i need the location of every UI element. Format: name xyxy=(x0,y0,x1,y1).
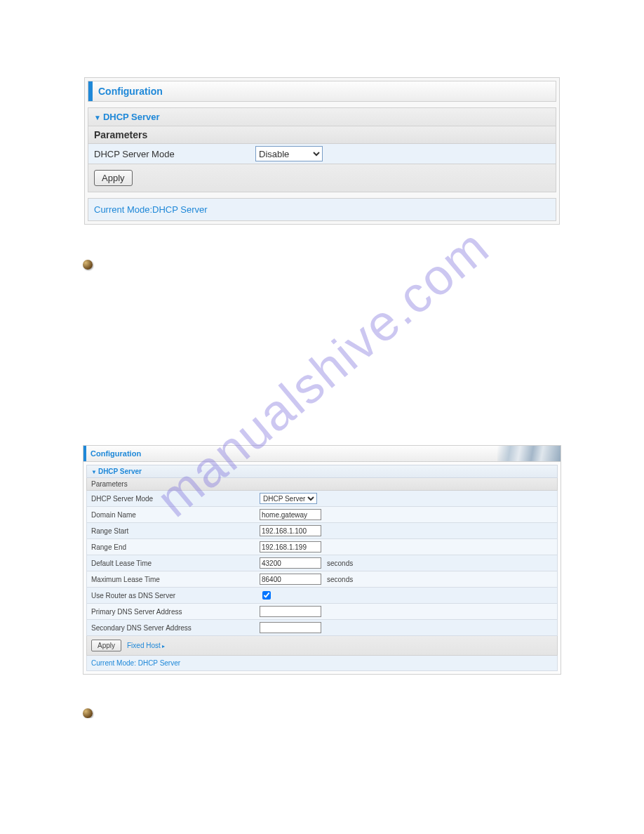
section-title: DHCP Server xyxy=(98,468,142,475)
bullet-icon xyxy=(83,708,93,718)
current-mode-text: Current Mode:DHCP Server xyxy=(88,198,556,221)
config-panel-dhcp-server: Configuration ▼DHCP Server Parameters DH… xyxy=(83,445,561,675)
collapse-icon: ▼ xyxy=(94,114,101,121)
range-start-row: Range Start xyxy=(86,523,558,539)
apply-button[interactable]: Apply xyxy=(91,640,121,651)
max-lease-input[interactable] xyxy=(260,574,321,585)
current-mode-text: Current Mode: DHCP Server xyxy=(86,656,558,671)
unit-label: seconds xyxy=(327,576,353,583)
dhcp-mode-label: DHCP Server Mode xyxy=(94,149,255,159)
domain-name-row: Domain Name xyxy=(86,507,558,523)
default-lease-row: Default Lease Time seconds xyxy=(86,555,558,571)
collapse-icon: ▼ xyxy=(91,469,97,475)
use-router-dns-row: Use Router as DNS Server xyxy=(86,588,558,604)
fixed-host-link[interactable]: Fixed Host▸ xyxy=(127,642,165,649)
field-label: Range Start xyxy=(91,527,260,535)
parameters-heading: Parameters xyxy=(88,126,556,144)
field-label: Range End xyxy=(91,543,260,551)
domain-name-input[interactable] xyxy=(260,509,321,520)
unit-label: seconds xyxy=(327,560,353,567)
config-title: Configuration xyxy=(90,449,141,458)
max-lease-row: Maximum Lease Time seconds xyxy=(86,571,558,588)
secondary-dns-row: Secondary DNS Server Address xyxy=(86,620,558,636)
dhcp-section-header[interactable]: ▼DHCP Server xyxy=(86,465,558,478)
use-router-dns-checkbox[interactable] xyxy=(262,591,271,600)
dhcp-mode-row: DHCP Server Mode DHCP Server xyxy=(86,491,558,507)
dhcp-mode-select[interactable]: Disable xyxy=(255,146,323,161)
config-header-small: Configuration xyxy=(83,446,561,462)
section-title: DHCP Server xyxy=(103,112,160,122)
header-accent-bar xyxy=(83,446,86,461)
header-decoration xyxy=(497,446,561,461)
secondary-dns-input[interactable] xyxy=(260,622,321,633)
range-end-row: Range End xyxy=(86,539,558,555)
default-lease-input[interactable] xyxy=(260,557,321,569)
action-row: Apply Fixed Host▸ xyxy=(86,636,558,656)
dhcp-mode-row: DHCP Server Mode Disable xyxy=(88,144,556,164)
field-label: DHCP Server Mode xyxy=(91,495,260,503)
config-title: Configuration xyxy=(98,86,163,97)
primary-dns-row: Primary DNS Server Address xyxy=(86,604,558,620)
field-label: Secondary DNS Server Address xyxy=(91,624,260,632)
range-start-input[interactable] xyxy=(260,525,321,536)
parameters-heading: Parameters xyxy=(86,478,558,491)
apply-button[interactable]: Apply xyxy=(94,170,133,186)
fixed-host-label: Fixed Host xyxy=(127,642,161,649)
primary-dns-input[interactable] xyxy=(260,606,321,617)
field-label: Maximum Lease Time xyxy=(91,576,260,583)
config-header: Configuration xyxy=(88,81,556,102)
dhcp-mode-select[interactable]: DHCP Server xyxy=(260,493,317,504)
config-panel-disable: Configuration ▼DHCP Server Parameters DH… xyxy=(84,77,560,225)
arrow-right-icon: ▸ xyxy=(162,643,165,649)
header-accent-bar xyxy=(88,81,93,101)
apply-row: Apply xyxy=(88,164,556,192)
field-label: Use Router as DNS Server xyxy=(91,592,260,600)
dhcp-section-header[interactable]: ▼DHCP Server xyxy=(88,107,556,126)
field-label: Domain Name xyxy=(91,511,260,519)
bullet-icon xyxy=(83,260,93,270)
field-label: Primary DNS Server Address xyxy=(91,608,260,616)
range-end-input[interactable] xyxy=(260,541,321,552)
field-label: Default Lease Time xyxy=(91,560,260,567)
